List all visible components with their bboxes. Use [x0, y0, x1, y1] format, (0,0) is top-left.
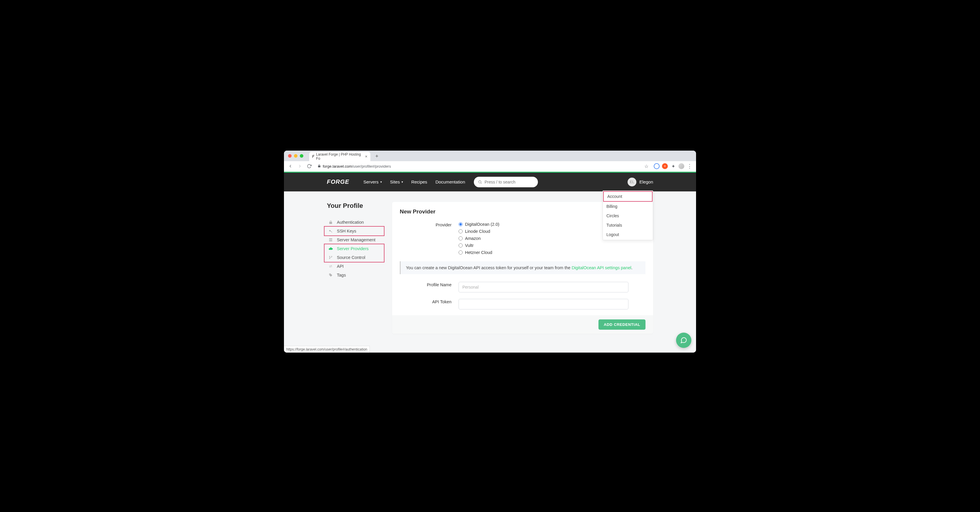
forward-button[interactable] — [296, 162, 304, 170]
new-tab-button[interactable]: + — [373, 152, 381, 160]
sidebar-item-tags[interactable]: Tags — [327, 271, 383, 279]
svg-point-0 — [479, 181, 481, 183]
tab-close-icon[interactable]: × — [365, 154, 368, 159]
browser-toolbar: forge.laravel.com/user/profile#/provider… — [284, 161, 696, 172]
lock-icon — [328, 220, 333, 224]
browser-tab[interactable]: F Laravel Forge | PHP Hosting Fo × — [309, 152, 371, 161]
url-host: forge.laravel.com — [323, 164, 352, 168]
bookmark-icon[interactable]: ☆ — [644, 163, 648, 169]
dropdown-account[interactable]: Account — [603, 191, 652, 202]
sidebar-item-label: Authentication — [337, 220, 364, 225]
provider-label: Provider — [400, 222, 458, 227]
extension-icons: + ✦ ⋮ — [652, 163, 694, 169]
api-token-input[interactable] — [458, 299, 628, 309]
close-window-icon[interactable] — [288, 154, 291, 158]
radio-input[interactable] — [458, 250, 463, 255]
radio-hetzner[interactable]: Hetzner Cloud — [458, 250, 628, 255]
cloud-icon — [328, 246, 333, 251]
card-footer: ADD CREDENTIAL — [392, 315, 653, 334]
back-button[interactable] — [286, 162, 294, 170]
key-icon — [328, 229, 333, 233]
svg-point-5 — [329, 258, 330, 258]
nav-sites[interactable]: Sites — [390, 179, 403, 184]
page-title: Your Profile — [327, 202, 383, 209]
sidebar-item-label: Server Providers — [337, 246, 369, 251]
search-input[interactable] — [484, 180, 534, 184]
maximize-window-icon[interactable] — [300, 154, 303, 158]
extension-icon[interactable]: + — [662, 163, 668, 169]
user-dropdown: Account Billing Circles Tutorials Logout — [603, 190, 653, 240]
radio-input[interactable] — [458, 236, 463, 241]
sidebar-item-label: Tags — [337, 273, 346, 277]
tag-icon — [328, 273, 333, 277]
svg-point-4 — [329, 256, 330, 257]
profile-avatar-icon[interactable] — [678, 163, 684, 169]
user-name: Elegon — [640, 179, 653, 184]
sidebar-item-api[interactable]: API — [327, 262, 383, 271]
profile-name-input[interactable] — [458, 282, 628, 292]
browser-tab-strip: F Laravel Forge | PHP Hosting Fo × + — [284, 151, 696, 161]
sidebar-item-server-providers[interactable]: Server Providers — [327, 244, 383, 253]
help-fab[interactable] — [676, 333, 691, 348]
address-bar[interactable]: forge.laravel.com/user/profile#/provider… — [315, 162, 651, 170]
tab-title: Laravel Forge | PHP Hosting Fo — [316, 152, 363, 160]
radio-input[interactable] — [458, 243, 463, 247]
dropdown-logout[interactable]: Logout — [603, 230, 653, 239]
profile-name-label: Profile Name — [400, 282, 458, 287]
avatar: EL — [628, 178, 636, 186]
svg-point-6 — [331, 256, 332, 257]
svg-rect-3 — [329, 240, 332, 241]
hint-link[interactable]: DigitalOcean API settings panel — [572, 265, 632, 270]
sidebar-item-server-management[interactable]: Server Management — [327, 235, 383, 244]
nav-recipes[interactable]: Recipes — [411, 179, 427, 184]
add-credential-button[interactable]: ADD CREDENTIAL — [598, 319, 646, 330]
favicon-icon: F — [312, 154, 314, 159]
hint-box: You can create a new DigitalOcean API ac… — [400, 261, 646, 274]
sidebar: Your Profile Authentication SSH Keys — [327, 202, 383, 279]
server-icon — [328, 238, 333, 242]
extension-icon[interactable] — [654, 163, 660, 169]
radio-input[interactable] — [458, 229, 463, 233]
sidebar-item-ssh-keys[interactable]: SSH Keys — [327, 227, 383, 235]
branch-icon — [328, 255, 333, 260]
app-header: FORGE Servers Sites Recipes Documentatio… — [284, 173, 696, 192]
sidebar-item-source-control[interactable]: Source Control — [327, 253, 383, 262]
window-controls — [288, 154, 303, 158]
search-icon — [478, 180, 482, 184]
chat-icon — [680, 337, 687, 344]
svg-rect-2 — [329, 238, 332, 239]
main-nav: Servers Sites Recipes Documentation — [363, 179, 465, 184]
radio-input[interactable] — [458, 222, 463, 226]
logo[interactable]: FORGE — [327, 179, 349, 185]
dropdown-tutorials[interactable]: Tutorials — [603, 220, 653, 230]
user-menu[interactable]: EL Elegon Account Billing Circles Tutori… — [628, 178, 653, 186]
radio-vultr[interactable]: Vultr — [458, 243, 628, 248]
search-box[interactable] — [474, 177, 538, 187]
minimize-window-icon[interactable] — [294, 154, 298, 158]
arrows-icon — [328, 264, 333, 268]
api-token-label: API Token — [400, 299, 458, 304]
sidebar-item-authentication[interactable]: Authentication — [327, 218, 383, 227]
lock-icon — [317, 164, 321, 168]
url-path: /user/profile#/providers — [352, 164, 391, 168]
sidebar-item-label: Server Management — [337, 238, 375, 242]
extensions-menu-icon[interactable]: ✦ — [670, 163, 676, 169]
sidebar-item-label: Source Control — [337, 255, 365, 260]
reload-button[interactable] — [305, 162, 313, 170]
svg-line-1 — [481, 182, 482, 184]
nav-servers[interactable]: Servers — [363, 179, 382, 184]
browser-menu-icon[interactable]: ⋮ — [687, 163, 692, 169]
dropdown-billing[interactable]: Billing — [603, 202, 653, 211]
browser-window: F Laravel Forge | PHP Hosting Fo × + for… — [284, 151, 696, 353]
sidebar-item-label: SSH Keys — [337, 229, 356, 233]
status-bar-url: https://forge.laravel.com/user/profile#/… — [284, 346, 370, 353]
sidebar-item-label: API — [337, 264, 344, 269]
nav-documentation[interactable]: Documentation — [435, 179, 465, 184]
dropdown-circles[interactable]: Circles — [603, 211, 653, 220]
